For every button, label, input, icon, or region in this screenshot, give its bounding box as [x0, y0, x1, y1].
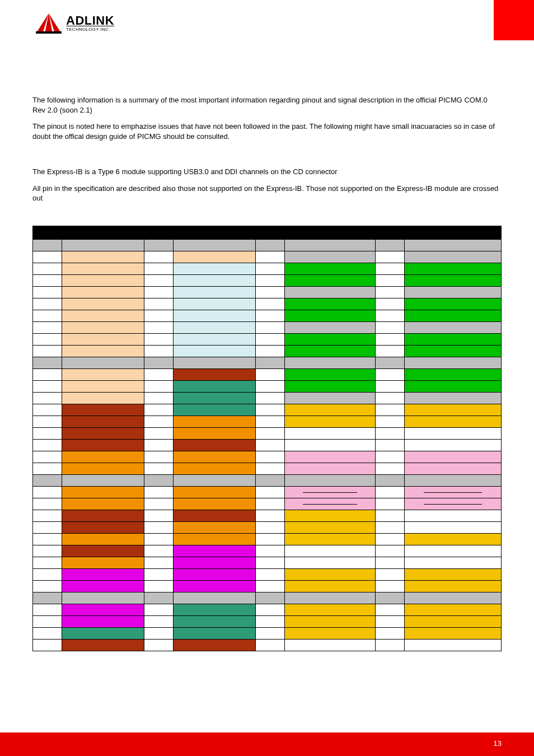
pin-cell [256, 321, 285, 333]
pin-cell [174, 274, 256, 286]
pin-cell [375, 239, 404, 251]
pin-cell [285, 545, 376, 557]
pin-cell [62, 274, 144, 286]
pin-cell [174, 392, 256, 404]
pin-cell [174, 592, 256, 604]
pin-cell [33, 274, 62, 286]
pin-cell [375, 545, 404, 557]
pin-cell [256, 639, 285, 651]
pin-cell [33, 263, 62, 274]
pin-cell [256, 357, 285, 368]
pin-cell [144, 615, 174, 627]
pin-cell [144, 392, 174, 404]
pin-cell [404, 463, 501, 474]
pin-cell [285, 310, 376, 321]
pin-cell [404, 310, 501, 321]
pin-cell [404, 568, 501, 580]
corner-red-tab [494, 0, 534, 40]
pin-cell [404, 321, 501, 333]
pin-cell [144, 451, 174, 463]
pin-cell [404, 545, 501, 557]
pin-cell [256, 592, 285, 604]
logo-name: ADLINK [66, 15, 114, 26]
pin-cell [404, 274, 501, 286]
table-row [33, 486, 502, 498]
table-row [33, 451, 502, 463]
pin-cell [375, 639, 404, 651]
pin-cell [174, 404, 256, 416]
pin-cell [62, 416, 144, 427]
pin-cell [404, 510, 501, 521]
pin-cell [62, 451, 144, 463]
pin-cell [256, 427, 285, 439]
page-footer: 13 [0, 732, 534, 756]
table-row [33, 333, 502, 345]
pin-cell [62, 615, 144, 627]
pin-cell [174, 427, 256, 439]
pin-cell [256, 486, 285, 498]
pin-cell [375, 333, 404, 345]
pin-cell [144, 486, 174, 498]
pin-cell [144, 274, 174, 286]
pin-cell [285, 498, 376, 510]
pin-cell [33, 486, 62, 498]
pin-cell [404, 345, 501, 357]
pin-cell [285, 615, 376, 627]
pin-cell [33, 545, 62, 557]
pin-cell [33, 498, 62, 510]
pin-cell [33, 557, 62, 568]
pin-cell [285, 510, 376, 521]
pin-cell [285, 357, 376, 368]
pin-cell [144, 251, 174, 263]
pin-cell [285, 580, 376, 592]
pin-cell [285, 474, 376, 486]
logo-subtitle: TECHNOLOGY INC. [66, 26, 114, 32]
pin-cell [174, 627, 256, 639]
pin-cell [62, 510, 144, 521]
pin-cell [144, 321, 174, 333]
pin-cell [256, 568, 285, 580]
pin-cell [33, 392, 62, 404]
pin-cell [144, 404, 174, 416]
pin-cell [33, 568, 62, 580]
pin-cell [174, 557, 256, 568]
pin-cell [62, 580, 144, 592]
pin-cell [404, 427, 501, 439]
pin-cell [375, 592, 404, 604]
pin-cell [256, 498, 285, 510]
pin-cell [375, 615, 404, 627]
table-row [33, 627, 502, 639]
pin-cell [33, 627, 62, 639]
table-row [33, 463, 502, 474]
table-row [33, 510, 502, 521]
table-row [33, 474, 502, 486]
pin-cell [62, 498, 144, 510]
pin-cell [404, 357, 501, 368]
pin-cell [375, 251, 404, 263]
pin-cell [62, 474, 144, 486]
pin-cell [375, 474, 404, 486]
pin-cell [404, 380, 501, 392]
pin-cell [285, 557, 376, 568]
pin-cell [375, 557, 404, 568]
pin-cell [174, 286, 256, 298]
pin-cell [375, 404, 404, 416]
pin-cell [375, 533, 404, 545]
pin-cell [174, 333, 256, 345]
pin-cell [33, 533, 62, 545]
table-row [33, 274, 502, 286]
pin-cell [375, 392, 404, 404]
pin-cell [62, 321, 144, 333]
pin-cell [174, 580, 256, 592]
pin-cell [33, 639, 62, 651]
pin-cell [33, 357, 62, 368]
pin-cell [404, 521, 501, 533]
pin-cell [404, 286, 501, 298]
pin-cell [33, 427, 62, 439]
pin-cell [285, 274, 376, 286]
pin-cell [62, 533, 144, 545]
pin-cell [144, 498, 174, 510]
pin-cell [33, 615, 62, 627]
pin-cell [33, 239, 62, 251]
pin-cell [256, 333, 285, 345]
